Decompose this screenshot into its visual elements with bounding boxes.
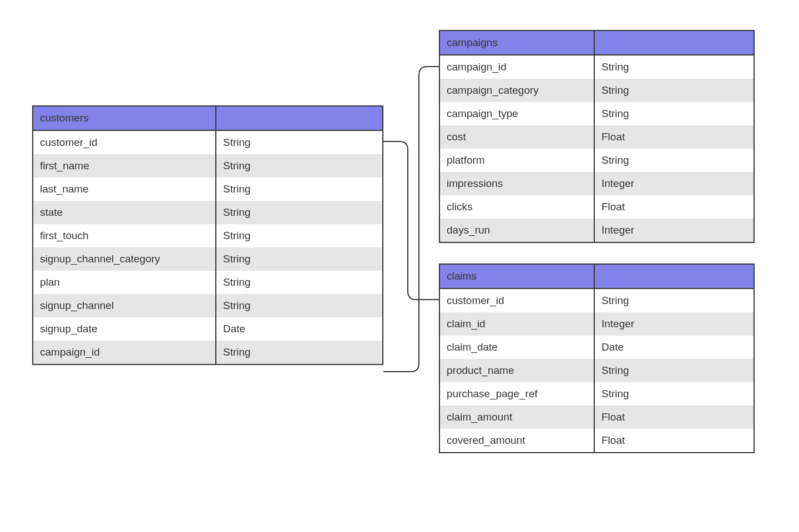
table-row: campaign_typeString xyxy=(440,102,754,125)
column-type: Float xyxy=(595,429,754,452)
erd-canvas: customers customer_idStringfirst_nameStr… xyxy=(0,0,799,532)
table-header-type xyxy=(595,31,754,54)
table-row: first_nameString xyxy=(33,154,382,178)
table-row: product_nameString xyxy=(440,359,754,382)
table-campaigns: campaigns campaign_idStringcampaign_cate… xyxy=(439,30,755,243)
column-type: String xyxy=(595,55,754,79)
column-name: plan xyxy=(33,271,216,294)
table-row: costFloat xyxy=(440,125,754,149)
column-type: Date xyxy=(216,317,382,341)
column-type: String xyxy=(595,289,754,312)
table-row: planString xyxy=(33,271,382,294)
table-row: signup_dateDate xyxy=(33,317,382,341)
table-body-campaigns: campaign_idStringcampaign_categoryString… xyxy=(440,55,754,242)
column-type: String xyxy=(216,154,382,178)
column-name: campaign_type xyxy=(440,102,595,125)
table-name: campaigns xyxy=(440,31,595,54)
connector-customers-campaigns xyxy=(383,67,439,372)
column-name: covered_amount xyxy=(440,429,595,452)
column-type: String xyxy=(216,131,382,154)
column-name: cost xyxy=(440,125,595,149)
column-name: campaign_id xyxy=(33,341,216,364)
table-row: last_nameString xyxy=(33,178,382,201)
column-type: Integer xyxy=(595,312,754,336)
column-type: String xyxy=(216,224,382,247)
table-row: campaign_idString xyxy=(440,55,754,79)
table-row: covered_amountFloat xyxy=(440,429,754,452)
column-name: claim_id xyxy=(440,312,595,336)
table-row: clicksFloat xyxy=(440,195,754,219)
table-header: campaigns xyxy=(440,31,754,55)
column-name: impressions xyxy=(440,172,595,195)
table-row: claim_dateDate xyxy=(440,336,754,359)
column-type: String xyxy=(595,359,754,382)
table-row: claim_amountFloat xyxy=(440,406,754,429)
table-customers: customers customer_idStringfirst_nameStr… xyxy=(32,105,383,365)
table-header-type xyxy=(216,107,382,130)
table-header: customers xyxy=(33,107,382,131)
table-name: customers xyxy=(33,107,216,130)
column-type: Float xyxy=(595,195,754,219)
column-name: product_name xyxy=(440,359,595,382)
table-row: claim_idInteger xyxy=(440,312,754,336)
table-row: days_runInteger xyxy=(440,219,754,242)
table-body-customers: customer_idStringfirst_nameStringlast_na… xyxy=(33,131,382,364)
column-name: state xyxy=(33,201,216,224)
table-row: purchase_page_refString xyxy=(440,382,754,406)
table-row: signup_channelString xyxy=(33,294,382,317)
table-row: platformString xyxy=(440,149,754,172)
column-name: clicks xyxy=(440,195,595,219)
column-type: String xyxy=(216,341,382,364)
column-type: Date xyxy=(595,336,754,359)
table-row: campaign_idString xyxy=(33,341,382,364)
column-type: String xyxy=(216,294,382,317)
column-name: signup_date xyxy=(33,317,216,341)
column-name: customer_id xyxy=(440,289,595,312)
column-name: days_run xyxy=(440,219,595,242)
column-name: purchase_page_ref xyxy=(440,382,595,406)
table-row: signup_channel_categoryString xyxy=(33,247,382,271)
column-name: signup_channel_category xyxy=(33,247,216,271)
column-name: platform xyxy=(440,149,595,172)
table-row: stateString xyxy=(33,201,382,224)
column-name: signup_channel xyxy=(33,294,216,317)
column-name: claim_date xyxy=(440,336,595,359)
column-name: claim_amount xyxy=(440,406,595,429)
connector-customers-claims xyxy=(383,141,439,300)
column-type: Float xyxy=(595,125,754,149)
column-type: String xyxy=(595,149,754,172)
column-type: String xyxy=(595,79,754,102)
column-type: Integer xyxy=(595,172,754,195)
table-row: customer_idString xyxy=(33,131,382,154)
table-row: campaign_categoryString xyxy=(440,79,754,102)
table-row: impressionsInteger xyxy=(440,172,754,195)
table-row: first_touchString xyxy=(33,224,382,247)
column-type: String xyxy=(216,201,382,224)
column-name: first_name xyxy=(33,154,216,178)
column-type: String xyxy=(595,102,754,125)
column-name: first_touch xyxy=(33,224,216,247)
column-type: Float xyxy=(595,406,754,429)
column-type: Integer xyxy=(595,219,754,242)
column-type: String xyxy=(216,247,382,271)
table-claims: claims customer_idStringclaim_idIntegerc… xyxy=(439,264,755,453)
table-row: customer_idString xyxy=(440,289,754,312)
column-type: String xyxy=(216,271,382,294)
table-header-type xyxy=(595,265,754,288)
column-type: String xyxy=(595,382,754,406)
column-name: campaign_category xyxy=(440,79,595,102)
column-name: campaign_id xyxy=(440,55,595,79)
column-name: customer_id xyxy=(33,131,216,154)
table-name: claims xyxy=(440,265,595,288)
column-name: last_name xyxy=(33,178,216,201)
table-header: claims xyxy=(440,265,754,289)
table-body-claims: customer_idStringclaim_idIntegerclaim_da… xyxy=(440,289,754,452)
column-type: String xyxy=(216,178,382,201)
